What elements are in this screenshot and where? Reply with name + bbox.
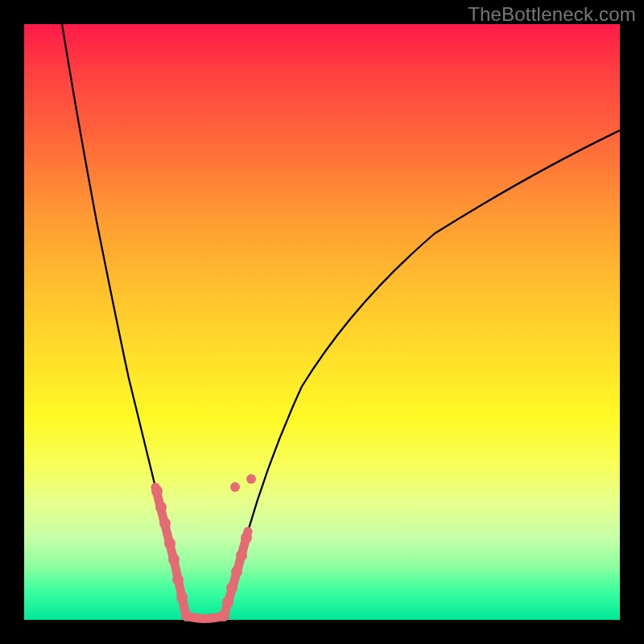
marker-dot <box>155 502 167 513</box>
marker-dot <box>176 592 188 603</box>
marker-dot <box>151 485 163 497</box>
marker-dot <box>246 474 256 484</box>
marker-dot <box>226 582 237 593</box>
marker-dot <box>168 554 180 565</box>
curve-right-branch <box>224 130 620 616</box>
marker-dot <box>236 550 247 561</box>
marker-dot <box>241 532 252 543</box>
bottleneck-curve <box>24 24 620 620</box>
marker-dot <box>218 610 229 621</box>
marker-dot <box>222 597 233 608</box>
watermark-text: TheBottleneck.com <box>468 3 636 26</box>
marker-dot <box>231 566 242 577</box>
marker-dot <box>181 610 192 621</box>
marker-dot <box>164 538 175 549</box>
marker-dot <box>159 518 171 529</box>
chart-plot-area <box>24 24 620 620</box>
marker-dot <box>172 574 184 585</box>
marker-dot <box>230 482 240 492</box>
